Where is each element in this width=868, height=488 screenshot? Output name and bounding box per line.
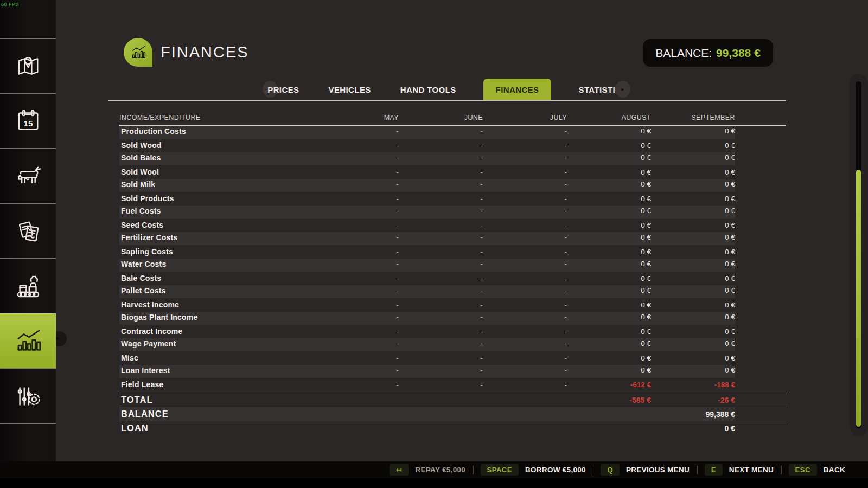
column-header: MAY [315, 114, 399, 121]
table-row: Harvest Income---0 €0 € [119, 298, 735, 312]
finances-screen: 60 FPS 15 [0, 0, 868, 488]
tab-prices[interactable]: PRICES [265, 79, 301, 100]
row-value: 0 € [567, 274, 651, 282]
table-row: Sold Bales---0 €0 € [119, 152, 735, 166]
column-header: INCOME/EXPENDITURE [119, 114, 315, 121]
finance-table-body: Production Costs---0 €0 €Sold Wood---0 €… [119, 126, 786, 391]
row-value: 0 € [651, 301, 735, 309]
row-value: - [315, 286, 399, 294]
footer-underlay [0, 478, 868, 488]
tabs-next-button[interactable]: ▸ [615, 81, 630, 98]
table-row: Biogas Plant Income---0 €0 € [119, 312, 735, 325]
row-label: Seed Costs [119, 221, 315, 229]
row-value: - [483, 195, 567, 203]
row-value: - [399, 233, 483, 241]
row-value: - [315, 168, 399, 176]
scrollbar-thumb[interactable] [856, 170, 861, 427]
keybind-hint-next-menu[interactable]: ENEXT MENU [705, 464, 774, 476]
keybind-hint-back[interactable]: ESCBACK [789, 464, 845, 476]
hint-separator [697, 466, 698, 474]
row-value: - [399, 274, 483, 282]
sidebar-item-settings[interactable] [0, 368, 56, 423]
row-value: 0 € [651, 180, 735, 188]
row-value: 0 € [567, 153, 651, 162]
column-header: JUNE [399, 114, 483, 121]
hint-label: BORROW €5,000 [525, 466, 586, 474]
settings-icon [12, 381, 44, 412]
row-value: - [483, 168, 567, 176]
row-value: - [315, 328, 399, 336]
table-row: Field Lease----612 €-188 € [119, 378, 735, 391]
row-value: - [399, 354, 483, 362]
summary-row-balance: BALANCE99,388 € [119, 407, 735, 421]
tab-underline [108, 100, 786, 101]
row-value: 0 € [651, 260, 735, 268]
row-value: - [483, 127, 567, 135]
keybind-hint-previous-menu[interactable]: QPREVIOUS MENU [601, 464, 690, 476]
keybind-hint-borrow-5-000[interactable]: SPACEBORROW €5,000 [481, 464, 586, 476]
row-value: 0 € [567, 180, 651, 188]
page-finances-icon [124, 38, 152, 67]
row-value: 0 € [651, 248, 735, 256]
sidebar-item-finances[interactable] [0, 313, 56, 368]
summary-value: -585 € [567, 396, 651, 404]
row-value: - [315, 180, 399, 188]
row-value: - [315, 313, 399, 321]
row-value: 0 € [651, 328, 735, 336]
row-label: Contract Income [119, 327, 315, 336]
row-value: 0 € [651, 286, 735, 294]
row-value: - [315, 260, 399, 268]
row-value: 0 € [651, 142, 735, 150]
column-header: SEPTEMBER [651, 114, 735, 121]
row-value: - [399, 168, 483, 176]
key-badge: ESC [789, 464, 817, 476]
sidebar: 15 [0, 0, 56, 461]
row-value: - [483, 328, 567, 336]
tab-vehicles[interactable]: VEHICLES [326, 79, 373, 100]
key-badge: Q [601, 464, 620, 476]
table-header-row: INCOME/EXPENDITUREMAYJUNEJULYAUGUSTSEPTE… [119, 111, 786, 125]
keybind-hint-repay-5-000[interactable]: ↤REPAY €5,000 [390, 464, 465, 476]
row-value: - [483, 339, 567, 348]
table-row: Sapling Costs---0 €0 € [119, 245, 735, 259]
contracts-icon [12, 215, 44, 247]
row-value: - [483, 274, 567, 282]
row-label: Fuel Costs [119, 207, 315, 215]
row-value: - [399, 153, 483, 162]
sidebar-item-animals[interactable] [0, 148, 56, 203]
hint-separator [593, 466, 594, 474]
row-label: Pallet Costs [119, 286, 315, 295]
row-value: 0 € [651, 168, 735, 176]
row-value: - [399, 127, 483, 135]
row-value: - [315, 195, 399, 203]
row-value: 0 € [567, 354, 651, 362]
scrollbar-track[interactable] [856, 81, 861, 428]
tab-finances[interactable]: FINANCES [483, 79, 552, 100]
column-header: AUGUST [567, 114, 651, 121]
sidebar-item-contracts[interactable] [0, 203, 56, 258]
row-value: - [315, 248, 399, 256]
hint-label: PREVIOUS MENU [626, 466, 690, 474]
row-value: - [399, 248, 483, 256]
hint-label: NEXT MENU [729, 466, 774, 474]
row-label: Wage Payment [119, 339, 315, 348]
sidebar-item-calendar[interactable]: 15 [0, 93, 56, 148]
row-value: 0 € [567, 260, 651, 268]
row-value: - [483, 381, 567, 389]
sidebar-item-production[interactable] [0, 258, 56, 313]
row-value: 0 € [651, 366, 735, 374]
row-value: - [483, 233, 567, 241]
sidebar-item-map[interactable] [0, 38, 56, 93]
row-label: Bale Costs [119, 274, 315, 282]
row-value: - [315, 127, 399, 135]
row-value: 0 € [567, 248, 651, 256]
row-value: - [483, 354, 567, 362]
tab-bar: ◂ PRICESVEHICLESHAND TOOLSFINANCESSTATIS… [108, 79, 786, 100]
table-row: Water Costs---0 €0 € [119, 259, 735, 272]
tab-hand-tools[interactable]: HAND TOOLS [398, 79, 458, 100]
row-value: 0 € [651, 313, 735, 321]
row-value: 0 € [651, 354, 735, 362]
row-value: 0 € [567, 142, 651, 150]
finances-chart-icon [12, 325, 44, 357]
row-label: Fertilizer Costs [119, 233, 315, 242]
